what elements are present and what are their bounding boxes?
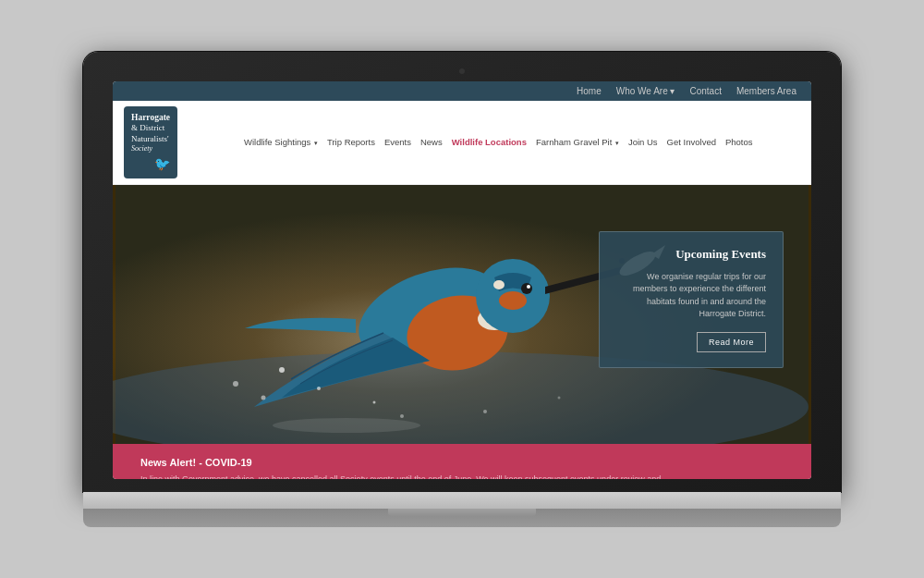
logo-naturalists: Naturalists' [131,134,170,145]
nav-get-involved[interactable]: Get Involved [667,137,716,147]
logo-name: Harrogate [131,112,170,123]
nav-join-us[interactable]: Join Us [628,137,658,147]
camera [459,68,465,74]
svg-point-17 [233,381,238,387]
logo-area: Harrogate & District Naturalists' Societ… [124,106,244,178]
nav-events[interactable]: Events [384,137,411,147]
laptop-base [83,492,841,509]
utility-who-we-are[interactable]: Who We Are ▾ [616,86,675,96]
news-alert-body: In line with Government advice, we have … [140,473,676,479]
utility-contact[interactable]: Contact [690,86,722,96]
logo-society: Society [131,144,170,154]
svg-point-9 [493,280,505,289]
nav-links: Wildlife Sightings ▾ Trip Reports Events… [244,137,753,147]
nav-photos[interactable]: Photos [725,137,753,147]
svg-point-16 [373,400,376,403]
svg-point-20 [273,418,420,433]
news-alert-banner: News Alert! - COVID-19 In line with Gove… [113,444,811,479]
svg-point-15 [400,414,404,418]
utility-home[interactable]: Home [577,86,602,96]
news-alert-title: News Alert! - COVID-19 [140,457,784,468]
utility-bar: Home Who We Are ▾ Contact Members Area [113,81,811,101]
nav-news[interactable]: News [420,137,443,147]
events-card-description: We organise regular trips for our member… [616,271,766,321]
main-nav: Harrogate & District Naturalists' Societ… [113,101,811,185]
svg-point-18 [483,410,487,413]
laptop-container: Home Who We Are ▾ Contact Members Area H… [83,52,841,527]
svg-point-14 [261,395,266,400]
svg-point-12 [279,367,285,373]
nav-wildlife-locations[interactable]: Wildlife Locations [452,137,527,147]
nav-trip-reports[interactable]: Trip Reports [327,137,375,147]
read-more-button[interactable]: Read More [697,332,766,352]
hero-section: Upcoming Events We organise regular trip… [113,185,811,444]
screen-bezel: Home Who We Are ▾ Contact Members Area H… [83,52,841,492]
logo-district: & District [131,123,170,134]
nav-wildlife-sightings[interactable]: Wildlife Sightings ▾ [244,137,318,147]
svg-point-13 [317,387,321,390]
events-card-title: Upcoming Events [616,247,766,262]
utility-members-area[interactable]: Members Area [736,86,796,96]
svg-point-8 [499,291,527,310]
bird-icon: 🐦 [131,156,170,173]
logo-box: Harrogate & District Naturalists' Societ… [124,106,177,178]
svg-point-6 [521,283,532,294]
nav-farnham[interactable]: Farnham Gravel Pit ▾ [536,137,619,147]
svg-point-19 [558,396,561,399]
events-card: Upcoming Events We organise regular trip… [599,231,784,368]
svg-point-7 [527,285,530,289]
screen: Home Who We Are ▾ Contact Members Area H… [113,81,811,479]
